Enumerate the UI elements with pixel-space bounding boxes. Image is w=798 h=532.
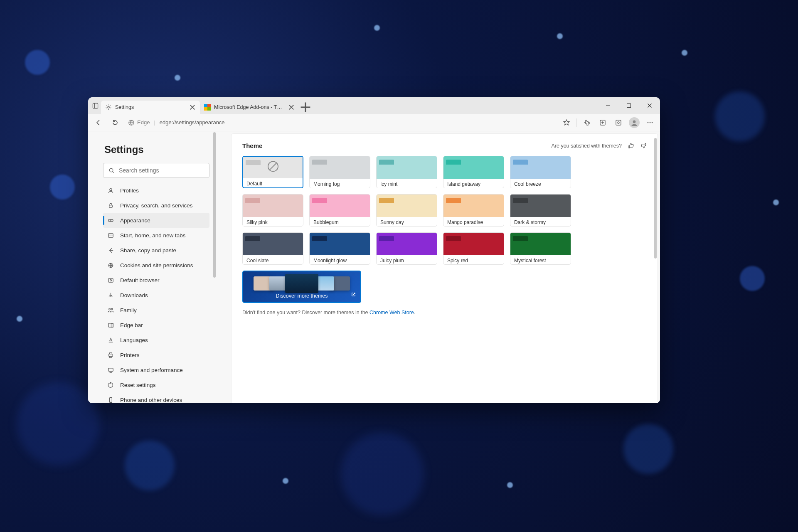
- sidebar-item-phone-and-other-devices[interactable]: Phone and other devices: [103, 392, 209, 403]
- theme-card-island-getaway[interactable]: Island getaway: [443, 156, 504, 188]
- window-controls: [598, 97, 660, 114]
- theme-card-mystical-forest[interactable]: Mystical forest: [510, 232, 571, 265]
- svg-point-18: [618, 122, 619, 123]
- tab-addons[interactable]: Microsoft Edge Add-ons - Them…: [200, 101, 299, 114]
- sidebar-item-profiles[interactable]: Profiles: [103, 183, 209, 198]
- svg-rect-41: [108, 368, 113, 371]
- theme-label: Dark & stormy: [510, 217, 571, 226]
- tab-actions-icon[interactable]: [89, 97, 101, 114]
- theme-grid: DefaultMorning fogIcy mintIsland getaway…: [242, 156, 647, 303]
- sidebar-item-system-and-performance[interactable]: System and performance: [103, 362, 209, 377]
- theme-card-mango-paradise[interactable]: Mango paradise: [443, 194, 504, 227]
- gear-icon: [105, 104, 112, 111]
- sidebar-item-reset-settings[interactable]: Reset settings: [103, 377, 209, 392]
- discover-themes-card[interactable]: Discover more themes: [242, 271, 361, 303]
- tab-settings[interactable]: Settings: [101, 101, 200, 114]
- theme-card-dark-stormy[interactable]: Dark & stormy: [510, 194, 571, 227]
- svg-point-35: [111, 308, 113, 310]
- close-icon[interactable]: [189, 104, 196, 111]
- url-box[interactable]: Edge | edge://settings/appearance: [124, 116, 558, 129]
- sidebar-item-label: System and performance: [120, 367, 183, 373]
- theme-swatch: [510, 233, 571, 255]
- theme-card-morning-fog[interactable]: Morning fog: [309, 156, 370, 188]
- nav-icon: [107, 307, 114, 314]
- url-text: edge://settings/appearance: [160, 119, 225, 126]
- theme-card-cool-slate[interactable]: Cool slate: [242, 232, 303, 265]
- theme-card-sunny-day[interactable]: Sunny day: [376, 194, 437, 227]
- theme-section-header: Theme Are you satisfied with themes?: [242, 142, 647, 149]
- nav-icon: [107, 277, 114, 284]
- svg-rect-29: [108, 233, 113, 237]
- sidebar-item-printers[interactable]: Printers: [103, 347, 209, 362]
- sidebar-item-label: Printers: [120, 352, 140, 358]
- sidebar-item-label: Start, home, and new tabs: [120, 232, 186, 239]
- sidebar-item-label: Reset settings: [120, 382, 156, 388]
- nav-icon: [107, 232, 114, 239]
- sidebar-item-label: Downloads: [120, 292, 148, 298]
- thumbs-up-icon[interactable]: [628, 143, 634, 149]
- svg-point-23: [109, 168, 113, 172]
- chrome-web-store-link[interactable]: Chrome Web Store: [369, 310, 414, 315]
- sidebar-item-start-home-and-new-tabs[interactable]: Start, home, and new tabs: [103, 228, 209, 243]
- theme-card-cool-breeze[interactable]: Cool breeze: [510, 156, 571, 188]
- sidebar-item-privacy-search-and-services[interactable]: Privacy, search, and services: [103, 198, 209, 213]
- nav-icon: [107, 262, 114, 269]
- nav-icon: [107, 352, 114, 359]
- more-button[interactable]: [643, 116, 658, 130]
- theme-label: Cool breeze: [510, 179, 571, 188]
- svg-line-24: [113, 171, 114, 172]
- thumbs-down-icon[interactable]: [640, 143, 647, 149]
- nav-icon: [107, 217, 114, 224]
- sidebar-item-appearance[interactable]: Appearance: [103, 213, 209, 228]
- theme-label: Island getaway: [443, 179, 504, 188]
- sidebar-item-label: Family: [120, 307, 137, 313]
- svg-rect-32: [108, 278, 113, 282]
- theme-card-spicy-red[interactable]: Spicy red: [443, 232, 504, 265]
- reload-button[interactable]: [107, 116, 123, 130]
- sidebar-item-family[interactable]: Family: [103, 303, 209, 318]
- theme-card-juicy-plum[interactable]: Juicy plum: [376, 232, 437, 265]
- close-window-button[interactable]: [639, 97, 660, 114]
- theme-card-default[interactable]: Default: [242, 156, 303, 188]
- nav-icon: [107, 247, 114, 254]
- sidebar-item-languages[interactable]: Languages: [103, 332, 209, 347]
- nav-icon: [107, 397, 114, 404]
- browser-essentials-button[interactable]: [611, 116, 626, 130]
- minimize-button[interactable]: [598, 97, 618, 114]
- close-icon[interactable]: [288, 104, 295, 111]
- back-button[interactable]: [91, 116, 106, 130]
- maximize-button[interactable]: [618, 97, 639, 114]
- profile-button[interactable]: [627, 116, 642, 130]
- nav-icon: [107, 187, 114, 194]
- theme-card-moonlight-glow[interactable]: Moonlight glow: [309, 232, 370, 265]
- search-input[interactable]: Search settings: [103, 163, 209, 178]
- site-identity: Edge: [128, 119, 150, 126]
- sidebar-item-label: Default browser: [120, 277, 160, 283]
- theme-label: Icy mint: [377, 179, 437, 188]
- sidebar-item-cookies-and-site-permissions[interactable]: Cookies and site permissions: [103, 258, 209, 273]
- theme-swatch: [443, 195, 504, 217]
- avatar-icon: [629, 117, 640, 128]
- main-scrollbar[interactable]: [654, 138, 657, 259]
- theme-swatch: [377, 156, 437, 179]
- new-tab-button[interactable]: [299, 101, 312, 114]
- extensions-button[interactable]: [579, 116, 594, 130]
- open-external-icon: [351, 291, 356, 299]
- theme-label: Moonlight glow: [310, 255, 370, 264]
- sidebar-item-default-browser[interactable]: Default browser: [103, 273, 209, 288]
- sidebar-item-edge-bar[interactable]: Edge bar: [103, 318, 209, 332]
- theme-swatch: [377, 195, 437, 217]
- theme-card-icy-mint[interactable]: Icy mint: [376, 156, 437, 188]
- collections-button[interactable]: [595, 116, 610, 130]
- theme-card-bubblegum[interactable]: Bubblegum: [309, 194, 370, 227]
- sidebar-item-label: Phone and other devices: [120, 397, 182, 403]
- theme-card-silky-pink[interactable]: Silky pink: [242, 194, 303, 227]
- sidebar-item-label: Edge bar: [120, 322, 143, 328]
- theme-swatch: [377, 233, 437, 255]
- sidebar-item-downloads[interactable]: Downloads: [103, 288, 209, 303]
- svg-point-33: [110, 279, 112, 281]
- favorites-button[interactable]: [559, 116, 574, 130]
- sidebar-item-share-copy-and-paste[interactable]: Share, copy and paste: [103, 243, 209, 258]
- toolbar-right: [559, 116, 658, 130]
- sidebar-scrollbar[interactable]: [213, 132, 216, 278]
